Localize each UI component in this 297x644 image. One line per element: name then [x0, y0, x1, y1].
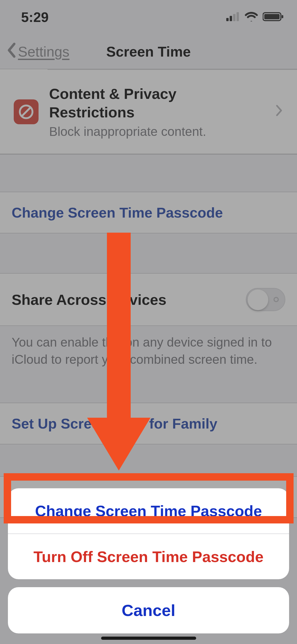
sheet-turn-off-passcode-button[interactable]: Turn Off Screen Time Passcode [8, 533, 289, 579]
sheet-cancel-label: Cancel [122, 601, 175, 619]
annotation-arrow [87, 233, 150, 479]
annotation-highlight [4, 473, 294, 523]
home-indicator[interactable] [101, 637, 196, 640]
sheet-cancel-button[interactable]: Cancel [8, 587, 289, 633]
sheet-turn-off-passcode-label: Turn Off Screen Time Passcode [34, 548, 263, 565]
